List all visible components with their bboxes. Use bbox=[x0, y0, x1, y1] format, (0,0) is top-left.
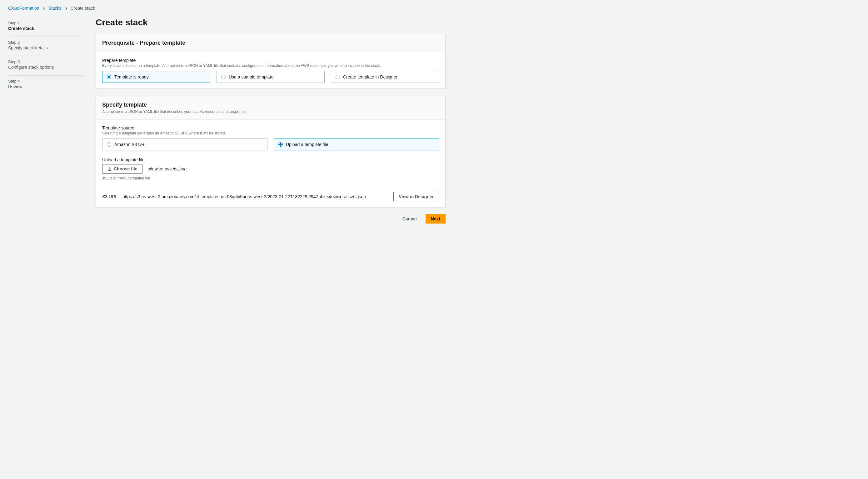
next-button[interactable]: Next bbox=[426, 214, 445, 223]
step-title: Specify stack details bbox=[8, 45, 83, 50]
prepare-template-options: Template is ready Use a sample template … bbox=[102, 71, 439, 83]
radio-s3-url[interactable]: Amazon S3 URL bbox=[102, 139, 268, 150]
step-title: Create stack bbox=[8, 26, 83, 31]
specify-template-panel: Specify template A template is a JSON or… bbox=[96, 96, 445, 207]
choose-file-button[interactable]: Choose file bbox=[102, 164, 143, 174]
upload-section: Upload a template file Choose file sitew… bbox=[102, 157, 439, 180]
upload-label: Upload a template file bbox=[102, 157, 439, 162]
step-title: Configure stack options bbox=[8, 65, 83, 70]
panel-heading: Prerequisite - Prepare template bbox=[102, 40, 439, 46]
template-source-label: Template source bbox=[102, 125, 439, 130]
radio-icon bbox=[336, 75, 340, 79]
radio-create-designer[interactable]: Create template in Designer bbox=[331, 71, 439, 83]
upload-icon bbox=[107, 167, 112, 171]
breadcrumb-stacks[interactable]: Stacks bbox=[49, 6, 62, 11]
template-source-options: Amazon S3 URL Upload a template file bbox=[102, 139, 439, 150]
s3-url-text: S3 URL:https://s3.us-west-2.amazonaws.co… bbox=[102, 194, 389, 199]
prerequisite-panel: Prerequisite - Prepare template Prepare … bbox=[96, 34, 445, 89]
wizard-steps: Step 1 Create stack Step 2 Specify stack… bbox=[8, 18, 83, 223]
prepare-template-desc: Every stack is based on a template. A te… bbox=[102, 63, 439, 68]
step-num: Step 3 bbox=[8, 59, 83, 64]
choose-file-label: Choose file bbox=[114, 166, 137, 171]
step-num: Step 1 bbox=[8, 21, 83, 25]
uploaded-filename: sitewise-assets.json bbox=[148, 166, 187, 171]
panel-body: Prepare template Every stack is based on… bbox=[96, 52, 445, 88]
step-title: Review bbox=[8, 84, 83, 89]
step-num: Step 2 bbox=[8, 40, 83, 45]
page-title: Create stack bbox=[96, 18, 445, 28]
panel-body: Template source Selecting a template gen… bbox=[96, 120, 445, 186]
step-4[interactable]: Step 4 Review bbox=[8, 76, 83, 95]
step-num: Step 4 bbox=[8, 79, 83, 84]
radio-label: Use a sample template bbox=[229, 74, 273, 80]
breadcrumb: CloudFormation ❯ Stacks ❯ Create stack bbox=[8, 6, 860, 11]
file-format-hint: JSON or YAML formatted file bbox=[102, 176, 439, 180]
radio-label: Amazon S3 URL bbox=[114, 142, 147, 147]
breadcrumb-current: Create stack bbox=[71, 6, 95, 11]
radio-sample-template[interactable]: Use a sample template bbox=[217, 71, 324, 83]
radio-icon bbox=[107, 142, 111, 147]
radio-label: Template is ready bbox=[114, 74, 149, 80]
radio-upload-file[interactable]: Upload a template file bbox=[274, 139, 439, 150]
footer-actions: Cancel Next bbox=[96, 214, 445, 223]
s3-url-value: https://s3.us-west-2.amazonaws.com/cf-te… bbox=[122, 194, 366, 199]
radio-icon bbox=[107, 75, 111, 79]
chevron-right-icon: ❯ bbox=[65, 6, 67, 10]
s3-url-label: S3 URL: bbox=[102, 194, 119, 199]
panel-subtitle: A template is a JSON or YAML file that d… bbox=[102, 110, 439, 114]
main-content: Create stack Prerequisite - Prepare temp… bbox=[96, 18, 445, 223]
s3-url-row: S3 URL:https://s3.us-west-2.amazonaws.co… bbox=[96, 186, 445, 207]
step-3[interactable]: Step 3 Configure stack options bbox=[8, 56, 83, 76]
radio-label: Upload a template file bbox=[286, 142, 328, 147]
panel-heading: Specify template bbox=[102, 101, 439, 108]
panel-header: Prerequisite - Prepare template bbox=[96, 34, 445, 52]
radio-icon bbox=[278, 142, 283, 147]
step-1[interactable]: Step 1 Create stack bbox=[8, 18, 83, 37]
step-2[interactable]: Step 2 Specify stack details bbox=[8, 37, 83, 56]
radio-template-ready[interactable]: Template is ready bbox=[102, 71, 210, 83]
view-in-designer-button[interactable]: View in Designer bbox=[393, 192, 439, 201]
prepare-template-label: Prepare template bbox=[102, 58, 439, 63]
choose-file-row: Choose file sitewise-assets.json bbox=[102, 164, 439, 174]
breadcrumb-cloudformation[interactable]: CloudFormation bbox=[8, 6, 39, 11]
radio-icon bbox=[221, 75, 226, 79]
cancel-button[interactable]: Cancel bbox=[398, 214, 422, 223]
radio-label: Create template in Designer bbox=[343, 74, 398, 80]
chevron-right-icon: ❯ bbox=[42, 6, 45, 10]
template-source-desc: Selecting a template generates an Amazon… bbox=[102, 131, 439, 136]
panel-header: Specify template A template is a JSON or… bbox=[96, 96, 445, 120]
